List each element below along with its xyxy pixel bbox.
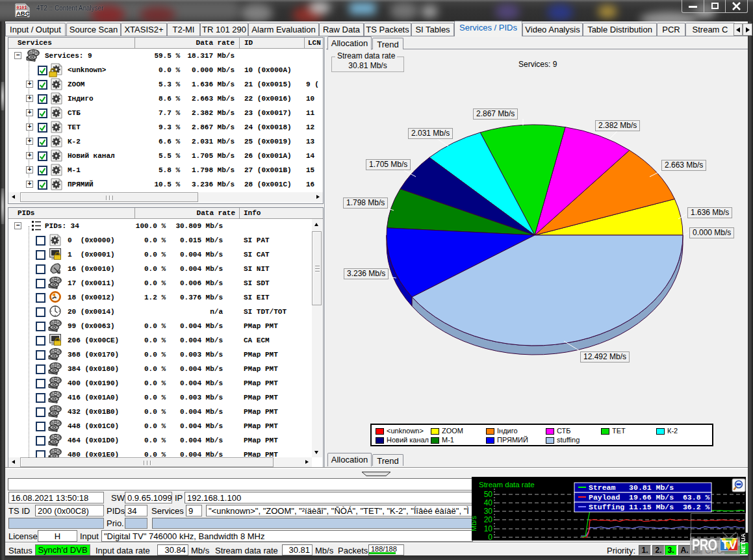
svg-text:50: 50 (484, 490, 493, 499)
svg-text:Mb/s: Mb/s (472, 516, 478, 531)
svg-text:ABC: ABC (16, 10, 30, 17)
svg-text:Stream 30.81 Mb/s: Stream 30.81 Mb/s (589, 483, 674, 492)
svg-text:0: 0 (488, 533, 492, 541)
svg-text:TV: TV (722, 538, 737, 552)
svg-text:Stuffing 11.15 Mb/s 36.2 %: Stuffing 11.15 Mb/s 36.2 % (589, 503, 709, 511)
svg-text:20: 20 (484, 515, 493, 524)
svg-text:Stream data rate: Stream data rate (479, 481, 535, 489)
svg-text:40: 40 (484, 498, 493, 507)
svg-text:Payload 19.66 Mb/s 63.8 %: Payload 19.66 Mb/s 63.8 % (589, 493, 709, 502)
svg-text:10: 10 (484, 524, 493, 533)
svg-text:30: 30 (484, 507, 493, 516)
